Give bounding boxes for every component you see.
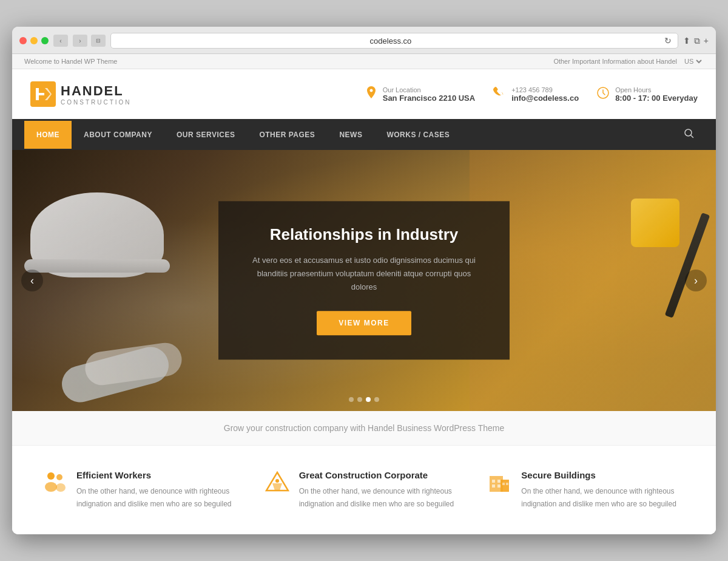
refresh-button[interactable]: ↻ [664,36,672,46]
website-content: Welcome to Handel WP Theme Other Importa… [12,54,716,534]
slide-dot-1[interactable] [349,397,354,402]
new-tab-button[interactable]: + [704,36,709,46]
hours-value: 8:00 - 17: 00 Everyday [615,93,698,103]
feature-1-title: Efficient Workers [76,470,241,480]
location-value: San Francisco 2210 USA [383,93,475,103]
hero-section: ‹ › Relationships in Industry At vero eo… [12,150,716,411]
site-header: HANDEL CONSTRUCTION Our Location San Fra… [12,69,716,119]
feature-2-text: On the other hand, we denounce with righ… [299,485,463,510]
header-info: Our Location San Francisco 2210 USA +123… [366,86,698,103]
svg-point-7 [56,483,66,492]
view-more-button[interactable]: VIEW MORE [317,311,411,336]
svg-point-3 [685,129,692,136]
address-bar: codeless.co ↻ [110,33,678,49]
feature-3: Secure Buildings On the other hand, we d… [487,470,686,510]
construction-icon [265,471,289,498]
minimize-dot[interactable] [30,37,38,44]
svg-point-4 [47,472,55,480]
phone-value: info@codeless.co [511,93,579,103]
hero-dots [349,397,379,402]
svg-point-5 [45,482,57,492]
feature-1: Efficient Workers On the other hand, we … [42,470,241,510]
nav-services[interactable]: OUR SERVICES [164,121,247,149]
feature-3-text: On the other hand, we denounce with righ… [521,485,686,510]
svg-point-6 [56,474,62,480]
feature-3-title: Secure Buildings [521,470,686,480]
svg-rect-13 [492,484,495,488]
svg-rect-12 [497,480,500,483]
top-bar: Welcome to Handel WP Theme Other Importa… [12,54,716,69]
location-info: Our Location San Francisco 2210 USA [366,86,475,103]
nav-news[interactable]: NEWS [327,121,374,149]
svg-rect-15 [502,483,505,485]
buildings-icon [487,471,511,498]
hard-hat-shape [30,180,176,302]
hero-text: At vero eos et accusamus et iusto odio d… [249,254,479,294]
tagline-text: Grow your construction company with Hand… [224,423,504,433]
back-button[interactable]: ‹ [53,35,68,47]
url-text: codeless.co [117,36,664,46]
hours-label: Open Hours [615,86,698,93]
nav-pages[interactable]: OTHER PAGES [247,121,327,149]
browser-chrome: ‹ › ⊟ codeless.co ↻ ⬆ ⧉ + [12,27,716,54]
feature-2-title: Great Construction Corporate [299,470,463,480]
topbar-right: Other Important Information about Handel [553,58,677,65]
slide-dot-4[interactable] [374,397,379,402]
hero-prev-button[interactable]: ‹ [21,270,43,291]
feature-2: Great Construction Corporate On the othe… [265,470,463,510]
browser-window: ‹ › ⊟ codeless.co ↻ ⬆ ⧉ + Welcome to Han… [12,27,716,534]
phone-label: +123 456 789 [511,86,579,93]
location-label: Our Location [383,86,475,93]
share-button[interactable]: ⬆ [683,36,690,46]
feature-1-text: On the other hand, we denounce with righ… [76,485,241,510]
logo-icon [30,81,56,107]
close-dot[interactable] [19,37,27,44]
logo-sub: CONSTRUCTION [61,99,132,106]
tabs-button[interactable]: ⧉ [694,36,700,46]
features-section: Efficient Workers On the other hand, we … [12,446,716,534]
topbar-left: Welcome to Handel WP Theme [24,58,117,65]
hero-next-button[interactable]: › [685,270,707,291]
tagline-strip: Grow your construction company with Hand… [12,411,716,446]
nav-works[interactable]: WORKS / CASES [374,121,462,149]
reader-button[interactable]: ⊟ [91,35,106,47]
svg-rect-14 [497,484,500,488]
logo: HANDEL CONSTRUCTION [30,81,132,107]
nav-about[interactable]: ABOUT COMPANY [72,121,164,149]
clock-icon [597,87,609,102]
svg-point-8 [275,479,279,483]
phone-info: +123 456 789 info@codeless.co [493,86,579,103]
svg-rect-11 [492,480,495,483]
phone-icon [493,87,505,102]
svg-rect-16 [506,483,508,485]
forward-button[interactable]: › [73,35,87,47]
hours-info: Open Hours 8:00 - 17: 00 Everyday [597,86,698,103]
slide-dot-2[interactable] [357,397,362,402]
hero-title: Relationships in Industry [249,225,479,244]
language-select[interactable]: US [682,57,704,66]
location-icon [366,86,377,103]
svg-rect-1 [36,93,44,95]
workers-icon [42,471,67,498]
search-icon[interactable] [675,119,704,150]
slide-dot-3[interactable] [366,397,371,402]
main-nav: HOME ABOUT COMPANY OUR SERVICES OTHER PA… [12,119,716,150]
hero-overlay: Relationships in Industry At vero eos et… [218,201,510,359]
svg-rect-10 [500,480,509,492]
logo-name: HANDEL [61,83,132,99]
maximize-dot[interactable] [41,37,49,44]
nav-home[interactable]: HOME [24,121,72,149]
